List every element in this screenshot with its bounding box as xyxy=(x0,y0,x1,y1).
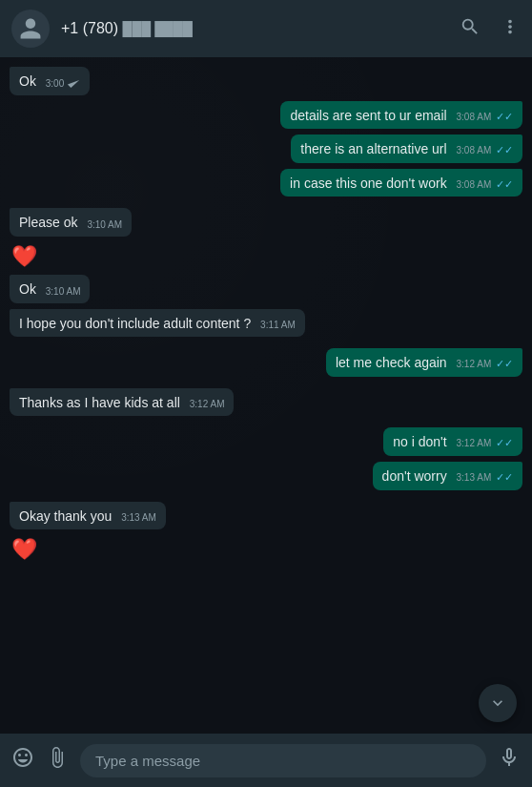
message-time: 3:13 AM xyxy=(121,510,156,526)
message-time: 3:00 xyxy=(46,76,80,92)
message-text: Ok xyxy=(19,73,36,89)
message-text: Please ok xyxy=(19,215,77,230)
message-row: in case this one don't work 3:08 AM ✓✓ xyxy=(10,169,522,197)
message-input-bar xyxy=(0,734,532,787)
search-icon[interactable] xyxy=(460,16,481,42)
message-bubble: Thanks as I have kids at all 3:12 AM xyxy=(10,388,234,417)
header-icons xyxy=(460,16,521,42)
avatar[interactable] xyxy=(11,10,50,48)
message-time: 3:11 AM xyxy=(260,318,296,333)
message-time: 3:12 AM xyxy=(190,397,225,412)
message-row: Ok 3:00 xyxy=(10,67,522,95)
message-row: ❤️ xyxy=(10,244,522,269)
more-options-icon[interactable] xyxy=(500,16,521,42)
message-time: 3:12 AM ✓✓ xyxy=(457,356,513,373)
message-row: no i don't 3:12 AM ✓✓ xyxy=(10,427,522,456)
message-bubble: don't worry 3:13 AM ✓✓ xyxy=(373,462,522,490)
emoji-icon[interactable] xyxy=(11,746,34,775)
chat-header: +1 (780) ███ ████ xyxy=(0,0,532,57)
message-row: I hope you don't include adult content ?… xyxy=(10,309,522,338)
message-bubble: Okay thank you 3:13 AM xyxy=(10,502,166,530)
contact-info: +1 (780) ███ ████ xyxy=(61,20,448,37)
message-row: Okay thank you 3:13 AM xyxy=(10,502,522,530)
message-text: Thanks as I have kids at all xyxy=(19,395,180,410)
message-text: I hope you don't include adult content ? xyxy=(19,316,251,331)
message-text: there is an alternative url xyxy=(300,141,446,156)
message-row: ❤️ xyxy=(10,537,522,562)
message-row: let me check again 3:12 AM ✓✓ xyxy=(10,348,522,377)
message-bubble: Please ok 3:10 AM xyxy=(10,208,132,237)
message-time: 3:13 AM ✓✓ xyxy=(457,469,513,487)
message-row: Ok 3:10 AM xyxy=(10,275,522,303)
message-bubble: Ok 3:00 xyxy=(10,67,90,95)
attachment-icon[interactable] xyxy=(46,746,69,775)
message-row: Please ok 3:10 AM xyxy=(10,208,522,237)
microphone-icon[interactable] xyxy=(498,746,521,775)
message-bubble: in case this one don't work 3:08 AM ✓✓ xyxy=(280,169,522,197)
message-text: Ok xyxy=(19,281,36,297)
scroll-down-button[interactable] xyxy=(479,684,517,722)
message-text: details are sent to ur email xyxy=(290,108,446,123)
message-row: don't worry 3:13 AM ✓✓ xyxy=(10,462,522,490)
message-time: 3:08 AM ✓✓ xyxy=(457,176,513,194)
chat-area: Ok 3:00 details are sent to ur email 3:0… xyxy=(0,57,532,734)
message-row: details are sent to ur email 3:08 AM ✓✓ xyxy=(10,101,522,130)
message-time: 3:08 AM ✓✓ xyxy=(457,109,513,126)
message-text: don't worry xyxy=(382,468,447,484)
message-row: there is an alternative url 3:08 AM ✓✓ xyxy=(10,135,522,163)
message-input[interactable] xyxy=(80,744,486,777)
contact-hidden: ███ ████ xyxy=(123,21,193,36)
message-text: no i don't xyxy=(393,434,446,449)
message-bubble: let me check again 3:12 AM ✓✓ xyxy=(326,348,522,377)
message-bubble: I hope you don't include adult content ?… xyxy=(10,309,305,338)
message-bubble: there is an alternative url 3:08 AM ✓✓ xyxy=(291,135,522,163)
heart-emoji: ❤️ xyxy=(11,537,37,562)
message-time: 3:12 AM ✓✓ xyxy=(457,435,513,452)
message-bubble: Ok 3:10 AM xyxy=(10,275,90,303)
message-row: Thanks as I have kids at all 3:12 AM xyxy=(10,388,522,417)
message-time: 3:08 AM ✓✓ xyxy=(457,142,513,159)
message-text: let me check again xyxy=(336,355,447,370)
message-text: Okay thank you xyxy=(19,508,112,524)
message-time: 3:10 AM xyxy=(87,217,122,233)
contact-name: +1 (780) ███ ████ xyxy=(61,20,448,37)
message-bubble: no i don't 3:12 AM ✓✓ xyxy=(383,427,522,456)
message-text: in case this one don't work xyxy=(290,176,447,191)
heart-emoji: ❤️ xyxy=(11,244,37,269)
message-bubble: details are sent to ur email 3:08 AM ✓✓ xyxy=(280,101,522,130)
message-time: 3:10 AM xyxy=(46,284,81,300)
